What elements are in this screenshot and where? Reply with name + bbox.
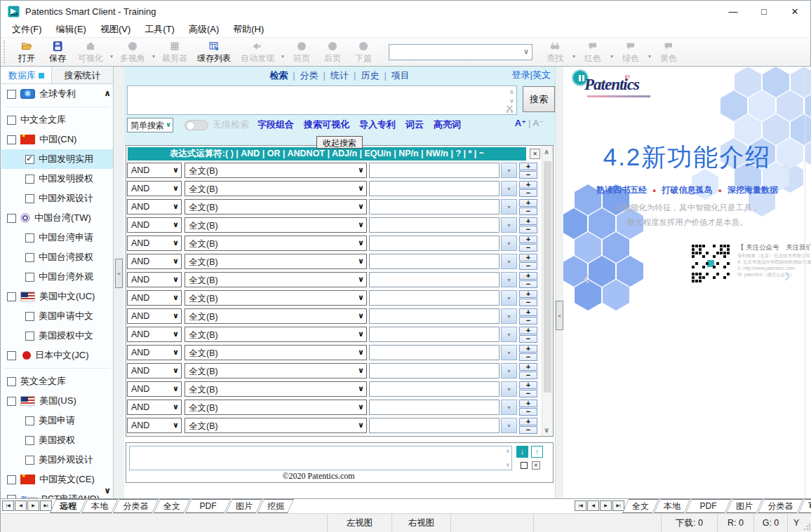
term-input[interactable] <box>369 363 500 378</box>
menu-item-5[interactable]: 帮助(H) <box>226 22 271 37</box>
field-select[interactable]: 全文(B)∨ <box>185 345 367 360</box>
tree-checkbox-10[interactable] <box>25 273 34 282</box>
tree-item-17[interactable]: 美国(US) <box>1 391 113 411</box>
term-input[interactable] <box>369 381 500 397</box>
suggest-dropdown-icon[interactable]: ▼ <box>501 381 517 397</box>
menu-item-2[interactable]: 视图(V) <box>93 22 138 37</box>
field-select[interactable]: 全文(B)∨ <box>185 199 367 214</box>
tree-item-16[interactable]: 英文全文库 <box>1 371 113 391</box>
login-link[interactable]: 登录 <box>512 69 530 80</box>
add-row-button[interactable]: + <box>519 381 537 389</box>
remove-row-button[interactable]: − <box>519 353 537 361</box>
menu-item-1[interactable]: 编辑(E) <box>49 22 93 37</box>
tree-checkbox-17[interactable] <box>7 397 16 406</box>
remove-row-button[interactable]: − <box>519 408 537 416</box>
tree-checkbox-5[interactable] <box>25 175 34 184</box>
tree-checkbox-9[interactable] <box>25 253 34 262</box>
term-input[interactable] <box>369 290 500 306</box>
tab-search-stats[interactable]: 搜索统计 <box>52 67 113 83</box>
term-input[interactable] <box>369 345 500 360</box>
menu-item-4[interactable]: 高级(A) <box>182 22 226 37</box>
tree-checkbox-0[interactable] <box>7 90 16 99</box>
tree-checkbox-3[interactable] <box>7 135 16 144</box>
tree-item-5[interactable]: 中国发明授权 <box>1 169 113 189</box>
tree-item-12[interactable]: 美国申请中文 <box>1 306 113 326</box>
tree-item-4[interactable]: 中国发明实用 <box>1 149 113 169</box>
restore-box-button[interactable] <box>521 462 528 469</box>
suggest-dropdown-icon[interactable]: ▼ <box>501 363 517 378</box>
tree-item-8[interactable]: 中国台湾申请 <box>1 228 113 247</box>
minimize-button[interactable]: — <box>718 1 749 22</box>
add-row-button[interactable]: + <box>519 345 537 353</box>
search-button[interactable]: 搜索 <box>523 86 555 112</box>
rows-scroll-up-icon[interactable]: ∧ <box>544 148 549 156</box>
remove-row-button[interactable]: − <box>519 262 537 270</box>
field-select[interactable]: 全文(B)∨ <box>185 254 367 269</box>
field-select[interactable]: 全文(B)∨ <box>185 217 367 233</box>
remove-row-button[interactable]: − <box>519 317 537 325</box>
tree-item-0[interactable]: 全球专利 <box>1 84 113 104</box>
collapse-right-handle[interactable]: < <box>556 301 563 330</box>
search-link-3[interactable]: 词云 <box>406 118 424 131</box>
term-input[interactable] <box>369 400 500 415</box>
add-row-button[interactable]: + <box>519 199 537 207</box>
subtitle-link-1[interactable]: 打破信息孤岛 <box>662 185 713 195</box>
term-input[interactable] <box>369 236 500 251</box>
toolbar-find-dropdown-icon[interactable]: ▾ <box>570 53 577 60</box>
remove-row-button[interactable]: − <box>519 335 537 343</box>
term-input[interactable] <box>369 327 500 342</box>
operator-select[interactable]: AND∨ <box>127 290 182 306</box>
field-select[interactable]: 全文(B)∨ <box>185 400 367 415</box>
operator-select[interactable]: AND∨ <box>127 254 182 269</box>
rows-scroll-down-icon[interactable]: ∨ <box>544 426 549 434</box>
tree-item-2[interactable]: 中文全文库 <box>1 110 113 130</box>
suggest-dropdown-icon[interactable]: ▼ <box>501 163 517 178</box>
left-strip-nav-prev-icon[interactable]: ◀ <box>15 500 27 511</box>
term-input[interactable] <box>369 181 500 196</box>
toolbar-search-combo[interactable]: ∨ <box>389 44 532 60</box>
tree-item-10[interactable]: 中国台湾外观 <box>1 267 113 287</box>
suggest-dropdown-icon[interactable]: ▼ <box>501 308 517 324</box>
tree-checkbox-2[interactable] <box>7 116 16 125</box>
remove-row-button[interactable]: − <box>519 371 537 379</box>
rows-scroll-thumb[interactable] <box>544 161 551 393</box>
left-strip-nav-first-icon[interactable]: |◀ <box>2 500 14 511</box>
suggest-dropdown-icon[interactable]: ▼ <box>501 236 517 251</box>
tree-checkbox-8[interactable] <box>25 233 34 243</box>
suggest-dropdown-icon[interactable]: ▼ <box>501 327 517 342</box>
term-input[interactable] <box>369 254 500 269</box>
maximize-button[interactable]: □ <box>749 1 779 22</box>
remove-row-button[interactable]: − <box>519 244 537 252</box>
operator-select[interactable]: AND∨ <box>127 181 182 196</box>
remove-row-button[interactable]: − <box>519 299 537 306</box>
remove-row-button[interactable]: − <box>519 426 537 434</box>
operator-select[interactable]: AND∨ <box>127 308 182 324</box>
move-down-button[interactable]: ↓ <box>516 446 528 458</box>
subtitle-link-0[interactable]: 熟读四书五经 <box>596 185 647 195</box>
tree-checkbox-6[interactable] <box>25 194 34 203</box>
close-box-button[interactable]: ✕ <box>532 461 540 470</box>
toolbar-red-dropdown-icon[interactable]: ▾ <box>608 53 615 60</box>
tree-checkbox-14[interactable] <box>7 351 16 360</box>
toolbar-auto-discover-dropdown-icon[interactable]: ▾ <box>279 53 286 60</box>
tree-item-21[interactable]: 中国英文(CE) <box>1 470 113 489</box>
field-select[interactable]: 全文(B)∨ <box>185 236 367 251</box>
toolbar-multi-view-dropdown-icon[interactable]: ▾ <box>150 53 157 60</box>
collapse-search-button[interactable]: 收起搜索 <box>316 136 363 149</box>
field-select[interactable]: 全文(B)∨ <box>185 327 367 342</box>
combo-chevron-icon[interactable]: ∨ <box>523 47 529 56</box>
field-select[interactable]: 全文(B)∨ <box>185 363 367 378</box>
search-link-0[interactable]: 字段组合 <box>257 118 294 131</box>
subtitle-link-2[interactable]: 深挖海量数据 <box>728 185 778 195</box>
operator-select[interactable]: AND∨ <box>127 163 182 178</box>
resize-grip[interactable] <box>803 524 810 531</box>
tree-item-18[interactable]: 美国申请 <box>1 411 113 430</box>
remove-row-button[interactable]: − <box>519 390 537 397</box>
search-link-4[interactable]: 高亮词 <box>434 118 461 131</box>
add-row-button[interactable]: + <box>519 418 537 425</box>
add-row-button[interactable]: + <box>519 163 537 170</box>
operator-select[interactable]: AND∨ <box>127 199 182 214</box>
operator-select[interactable]: AND∨ <box>127 327 182 342</box>
toolbar-visualize-dropdown-icon[interactable]: ▾ <box>108 53 115 60</box>
right-strip-nav-next-icon[interactable]: ▶ <box>600 500 612 511</box>
